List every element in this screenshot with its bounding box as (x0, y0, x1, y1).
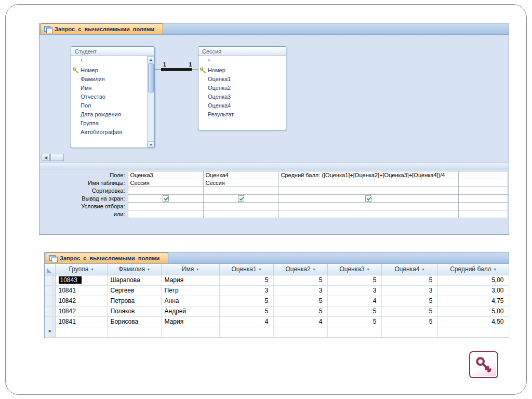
data-cell[interactable]: 4,75 (437, 296, 509, 306)
show-checkbox[interactable] (238, 195, 244, 202)
qbe-cell[interactable]: Оценка4 (203, 171, 278, 179)
column-dropdown-arrow-icon[interactable]: ▾ (91, 267, 94, 272)
column-dropdown-arrow-icon[interactable]: ▾ (313, 267, 315, 272)
qbe-cell[interactable] (203, 195, 278, 203)
show-checkbox[interactable] (163, 195, 169, 202)
column-header[interactable]: Оценка3▾ (327, 264, 381, 275)
data-cell-empty[interactable] (219, 327, 273, 337)
field-item[interactable]: Оценка3 (198, 92, 286, 101)
column-header[interactable]: Фамилия▾ (107, 264, 161, 275)
row-selector[interactable] (45, 285, 55, 296)
field-item[interactable]: * (71, 57, 147, 66)
qbe-cell[interactable]: Оценка3 (128, 171, 203, 179)
data-cell[interactable]: 5 (381, 306, 437, 316)
field-item[interactable]: Пол (71, 101, 147, 110)
hscrollbar-thumb[interactable] (50, 154, 64, 161)
data-cell[interactable]: 4,50 (437, 316, 509, 327)
qbe-cell-empty[interactable] (458, 203, 508, 210)
column-dropdown-arrow-icon[interactable]: ▾ (422, 267, 424, 272)
field-item[interactable]: Группа (71, 119, 147, 128)
row-selector[interactable] (45, 296, 55, 306)
qbe-cell[interactable] (278, 179, 458, 187)
data-cell-empty[interactable] (161, 327, 219, 337)
field-item[interactable]: * (198, 57, 286, 66)
qbe-cell[interactable] (128, 203, 203, 210)
scrollbar-track[interactable] (148, 94, 154, 141)
data-cell[interactable]: 5 (381, 296, 437, 306)
data-cell[interactable]: 10841 (55, 316, 107, 327)
data-cell[interactable]: Поляков (107, 306, 161, 316)
design-horizontal-scrollbar[interactable]: ◀ (42, 154, 64, 161)
data-cell[interactable]: Мария (161, 316, 219, 327)
field-item[interactable]: Оценка4 (198, 101, 286, 110)
data-cell-empty[interactable] (437, 327, 509, 337)
data-cell[interactable]: Сергеев (107, 285, 161, 296)
qbe-cell[interactable] (128, 195, 203, 203)
field-item[interactable]: Номер (71, 66, 147, 75)
data-cell[interactable]: 4 (327, 296, 381, 306)
field-item[interactable]: Дата рождения (71, 110, 147, 119)
data-cell[interactable]: Борисова (107, 316, 161, 327)
qbe-cell-empty[interactable] (458, 171, 508, 179)
row-selector[interactable] (45, 316, 55, 327)
data-cell[interactable]: 5 (327, 275, 381, 285)
column-header[interactable]: Средний балл▾ (437, 264, 509, 275)
data-cell[interactable]: 10842 (55, 296, 107, 306)
scroll-up-icon[interactable]: ▲ (148, 56, 154, 62)
select-all-corner[interactable] (45, 264, 55, 275)
data-cell[interactable]: 5 (219, 306, 273, 316)
show-checkbox[interactable] (365, 195, 371, 202)
column-dropdown-arrow-icon[interactable]: ▾ (259, 267, 261, 272)
vertical-scrollbar[interactable]: ▲ ▼ (147, 56, 154, 148)
data-cell[interactable]: 5 (273, 306, 327, 316)
qbe-cell[interactable] (278, 203, 458, 210)
pane-splitter[interactable]: ......... (39, 162, 509, 169)
field-item[interactable]: Оценка2 (198, 84, 286, 92)
column-header[interactable]: Оценка2▾ (273, 264, 327, 275)
data-cell[interactable]: 5 (381, 275, 437, 285)
data-cell[interactable]: 3,00 (437, 285, 509, 296)
scroll-down-icon[interactable]: ▼ (148, 141, 154, 148)
data-cell[interactable]: 5,00 (437, 275, 509, 285)
column-dropdown-arrow-icon[interactable]: ▾ (148, 267, 150, 272)
data-cell[interactable]: 3 (273, 285, 327, 296)
qbe-cell-empty[interactable] (458, 187, 508, 195)
column-header[interactable]: Оценка4▾ (381, 264, 437, 275)
tab-query-datasheet[interactable]: Запрос_с_вычисляемыми_полями (46, 252, 168, 263)
data-cell[interactable]: 5 (327, 306, 381, 316)
data-cell[interactable]: 5 (381, 316, 437, 327)
data-cell[interactable]: Андрей (161, 306, 219, 316)
data-cell[interactable]: 3 (381, 285, 437, 296)
data-cell[interactable]: Анна (161, 296, 219, 306)
data-cell-empty[interactable] (327, 327, 381, 337)
field-list-session[interactable]: Сессия *НомерОценка1Оценка2Оценка3Оценка… (198, 46, 286, 130)
data-cell[interactable]: 3 (219, 285, 273, 296)
scrollbar-thumb[interactable] (148, 63, 154, 92)
field-item[interactable]: Отчество (71, 92, 147, 101)
data-cell[interactable]: 5 (219, 296, 273, 306)
field-item[interactable]: Результат (198, 110, 286, 119)
column-dropdown-arrow-icon[interactable]: ▾ (196, 267, 198, 272)
qbe-cell[interactable] (203, 210, 278, 218)
data-cell[interactable]: 5,00 (437, 306, 509, 316)
qbe-cell[interactable] (203, 187, 278, 195)
data-cell[interactable]: 10843 (55, 275, 107, 285)
data-cell[interactable]: 10841 (55, 285, 107, 296)
data-cell[interactable]: 5 (327, 316, 381, 327)
data-cell[interactable]: Мария (161, 275, 219, 285)
column-dropdown-arrow-icon[interactable]: ▾ (367, 267, 369, 272)
data-cell[interactable]: Шарапова (107, 275, 161, 285)
column-header[interactable]: Группа▾ (55, 264, 107, 275)
data-cell[interactable]: 5 (273, 275, 327, 285)
data-cell[interactable]: 3 (327, 285, 381, 296)
field-item[interactable]: Имя (71, 84, 147, 92)
qbe-cell[interactable] (128, 187, 203, 195)
data-cell[interactable]: 10842 (55, 306, 107, 316)
scroll-left-icon[interactable]: ◀ (42, 154, 50, 161)
qbe-cell[interactable] (278, 210, 458, 218)
data-cell[interactable]: 5 (273, 296, 327, 306)
column-dropdown-arrow-icon[interactable]: ▾ (494, 267, 496, 272)
data-cell-empty[interactable] (107, 327, 161, 337)
qbe-cell-empty[interactable] (458, 210, 508, 218)
field-item[interactable]: Автобиография (71, 128, 147, 137)
